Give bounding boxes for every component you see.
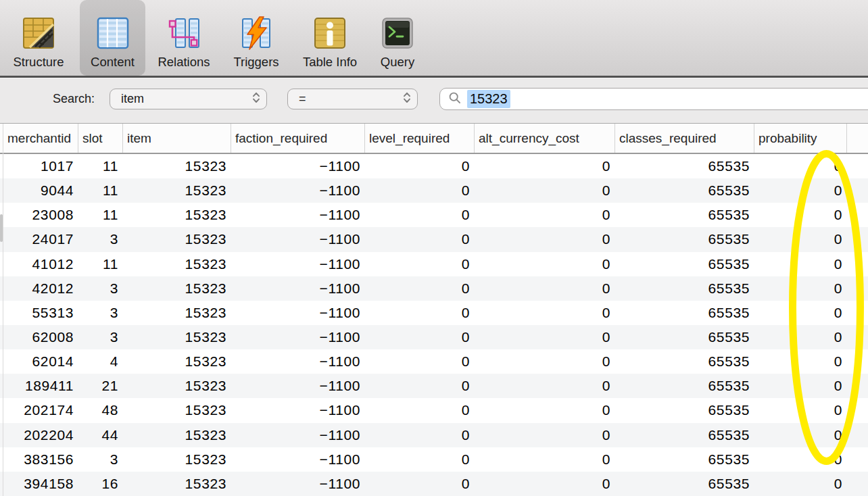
cell-faction_required[interactable]: −1100 bbox=[231, 182, 365, 199]
toolbar-item-relations[interactable]: Relations bbox=[149, 0, 218, 76]
cell-probability[interactable]: 0 bbox=[754, 378, 847, 394]
table-row[interactable]: 62014415323−110000655350 bbox=[0, 349, 868, 374]
search-input[interactable]: 15323 bbox=[439, 88, 868, 110]
cell-slot[interactable]: 3 bbox=[78, 329, 123, 345]
cell-classes_required[interactable]: 65535 bbox=[615, 329, 754, 345]
cell-level_required[interactable]: 0 bbox=[365, 353, 475, 370]
cell-classes_required[interactable]: 65535 bbox=[615, 280, 754, 297]
cell-slot[interactable]: 16 bbox=[78, 476, 123, 492]
table-row[interactable]: 10171115323−110000655350 bbox=[0, 154, 868, 178]
cell-item[interactable]: 15323 bbox=[123, 378, 231, 394]
cell-item[interactable]: 15323 bbox=[123, 329, 231, 345]
cell-merchantid[interactable]: 202204 bbox=[3, 427, 78, 443]
cell-slot[interactable]: 11 bbox=[78, 182, 123, 199]
cell-level_required[interactable]: 0 bbox=[365, 378, 475, 394]
cell-faction_required[interactable]: −1100 bbox=[231, 231, 365, 247]
cell-slot[interactable]: 11 bbox=[78, 207, 123, 223]
cell-classes_required[interactable]: 65535 bbox=[615, 476, 754, 492]
cell-faction_required[interactable]: −1100 bbox=[231, 476, 365, 492]
toolbar-item-structure[interactable]: Structure bbox=[1, 0, 76, 76]
column-header-faction_required[interactable]: faction_required bbox=[231, 124, 365, 153]
cell-probability[interactable]: 0 bbox=[754, 231, 847, 247]
table-row[interactable]: 410121115323−110000655350 bbox=[0, 252, 868, 276]
cell-item[interactable]: 15323 bbox=[123, 256, 231, 272]
cell-level_required[interactable]: 0 bbox=[365, 158, 475, 174]
table-row[interactable]: 3941581615323−110000655350 bbox=[0, 472, 868, 496]
column-header-item[interactable]: item bbox=[123, 124, 231, 153]
cell-slot[interactable]: 11 bbox=[78, 256, 123, 272]
cell-probability[interactable]: 0 bbox=[754, 158, 847, 174]
cell-merchantid[interactable]: 24017 bbox=[3, 231, 78, 247]
cell-classes_required[interactable]: 65535 bbox=[615, 427, 754, 443]
table-row[interactable]: 62008315323−110000655350 bbox=[0, 325, 868, 349]
cell-merchantid[interactable]: 62008 bbox=[3, 329, 78, 345]
table-row[interactable]: 230081115323−110000655350 bbox=[0, 203, 868, 227]
cell-faction_required[interactable]: −1100 bbox=[231, 451, 365, 468]
cell-merchantid[interactable]: 23008 bbox=[3, 207, 78, 223]
cell-alt_currency_cost[interactable]: 0 bbox=[475, 158, 615, 174]
cell-faction_required[interactable]: −1100 bbox=[231, 280, 365, 297]
cell-alt_currency_cost[interactable]: 0 bbox=[475, 378, 615, 394]
cell-slot[interactable]: 3 bbox=[78, 451, 123, 468]
cell-item[interactable]: 15323 bbox=[123, 451, 231, 468]
cell-alt_currency_cost[interactable]: 0 bbox=[475, 451, 615, 468]
cell-probability[interactable]: 0 bbox=[754, 476, 847, 492]
cell-slot[interactable]: 3 bbox=[78, 305, 123, 321]
cell-classes_required[interactable]: 65535 bbox=[615, 402, 754, 418]
cell-faction_required[interactable]: −1100 bbox=[231, 353, 365, 370]
cell-level_required[interactable]: 0 bbox=[365, 402, 475, 418]
cell-faction_required[interactable]: −1100 bbox=[231, 207, 365, 223]
cell-slot[interactable]: 48 bbox=[78, 402, 123, 418]
cell-item[interactable]: 15323 bbox=[123, 353, 231, 370]
cell-slot[interactable]: 44 bbox=[78, 427, 123, 443]
cell-probability[interactable]: 0 bbox=[754, 280, 847, 297]
cell-merchantid[interactable]: 383156 bbox=[3, 451, 78, 468]
cell-item[interactable]: 15323 bbox=[123, 207, 231, 223]
cell-level_required[interactable]: 0 bbox=[365, 280, 475, 297]
cell-item[interactable]: 15323 bbox=[123, 305, 231, 321]
cell-item[interactable]: 15323 bbox=[123, 402, 231, 418]
cell-level_required[interactable]: 0 bbox=[365, 207, 475, 223]
cell-item[interactable]: 15323 bbox=[123, 427, 231, 443]
table-row[interactable]: 2022044415323−110000655350 bbox=[0, 423, 868, 447]
cell-alt_currency_cost[interactable]: 0 bbox=[475, 329, 615, 345]
cell-classes_required[interactable]: 65535 bbox=[615, 158, 754, 174]
cell-probability[interactable]: 0 bbox=[754, 451, 847, 468]
cell-faction_required[interactable]: −1100 bbox=[231, 305, 365, 321]
cell-slot[interactable]: 4 bbox=[78, 353, 123, 370]
cell-level_required[interactable]: 0 bbox=[365, 256, 475, 272]
cell-level_required[interactable]: 0 bbox=[365, 427, 475, 443]
cell-faction_required[interactable]: −1100 bbox=[231, 427, 365, 443]
cell-alt_currency_cost[interactable]: 0 bbox=[475, 402, 615, 418]
cell-faction_required[interactable]: −1100 bbox=[231, 329, 365, 345]
cell-classes_required[interactable]: 65535 bbox=[615, 182, 754, 199]
cell-item[interactable]: 15323 bbox=[123, 476, 231, 492]
cell-item[interactable]: 15323 bbox=[123, 158, 231, 174]
cell-faction_required[interactable]: −1100 bbox=[231, 402, 365, 418]
cell-level_required[interactable]: 0 bbox=[365, 329, 475, 345]
cell-level_required[interactable]: 0 bbox=[365, 182, 475, 199]
search-column-dropdown[interactable]: item bbox=[110, 89, 267, 109]
table-row[interactable]: 383156315323−110000655350 bbox=[0, 447, 868, 472]
cell-probability[interactable]: 0 bbox=[754, 305, 847, 321]
cell-item[interactable]: 15323 bbox=[123, 231, 231, 247]
cell-alt_currency_cost[interactable]: 0 bbox=[475, 182, 615, 199]
cell-alt_currency_cost[interactable]: 0 bbox=[475, 231, 615, 247]
cell-classes_required[interactable]: 65535 bbox=[615, 231, 754, 247]
cell-classes_required[interactable]: 65535 bbox=[615, 256, 754, 272]
cell-probability[interactable]: 0 bbox=[754, 353, 847, 370]
cell-probability[interactable]: 0 bbox=[754, 427, 847, 443]
cell-classes_required[interactable]: 65535 bbox=[615, 305, 754, 321]
cell-level_required[interactable]: 0 bbox=[365, 231, 475, 247]
cell-probability[interactable]: 0 bbox=[754, 329, 847, 345]
cell-slot[interactable]: 11 bbox=[78, 158, 123, 174]
table-row[interactable]: 2021744815323−110000655350 bbox=[0, 398, 868, 422]
cell-classes_required[interactable]: 65535 bbox=[615, 378, 754, 394]
column-header-classes_required[interactable]: classes_required bbox=[615, 124, 754, 153]
cell-item[interactable]: 15323 bbox=[123, 182, 231, 199]
cell-slot[interactable]: 21 bbox=[78, 378, 123, 394]
column-header-level_required[interactable]: level_required bbox=[365, 124, 475, 153]
table-row[interactable]: 90441115323−110000655350 bbox=[0, 178, 868, 203]
cell-classes_required[interactable]: 65535 bbox=[615, 353, 754, 370]
toolbar-item-content[interactable]: Content bbox=[80, 0, 145, 76]
